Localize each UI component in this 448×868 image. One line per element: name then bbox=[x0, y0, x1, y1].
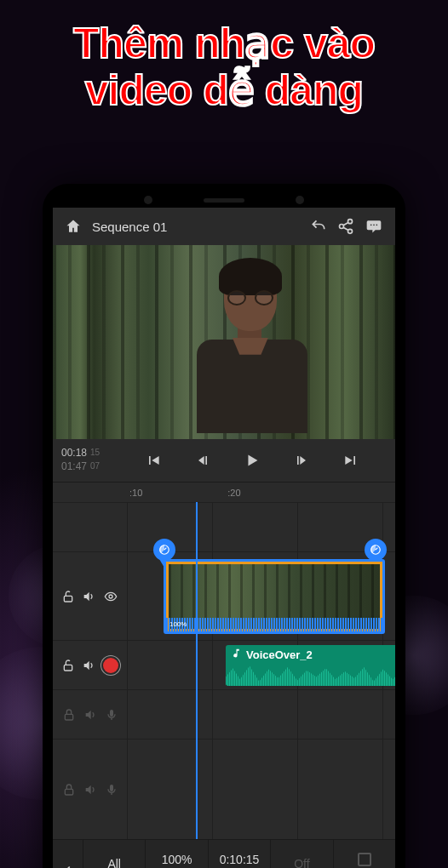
volume-icon[interactable] bbox=[82, 590, 95, 603]
step-forward-icon[interactable] bbox=[289, 448, 314, 473]
total-frame: 07 bbox=[90, 460, 100, 474]
transport-bar: 00:1815 01:4707 bbox=[53, 439, 395, 482]
unlock-icon[interactable] bbox=[61, 659, 75, 672]
undo-icon[interactable] bbox=[310, 218, 327, 235]
duration-button[interactable]: 0:10:15 Clip Duration bbox=[209, 840, 271, 868]
app-screen: Sequence 01 00:1815 01:4707 bbox=[53, 208, 395, 868]
svg-rect-11 bbox=[65, 714, 72, 720]
volume-icon[interactable] bbox=[83, 708, 97, 722]
marketing-headline: Thêm nhạc vào video dễ dàng bbox=[0, 20, 448, 114]
duration-value: 0:10:15 bbox=[220, 853, 260, 866]
lock-icon[interactable] bbox=[62, 708, 76, 722]
volume-icon[interactable] bbox=[82, 659, 95, 672]
eye-icon[interactable] bbox=[103, 590, 118, 603]
unlock-icon[interactable] bbox=[61, 590, 75, 603]
step-back-icon[interactable] bbox=[190, 448, 215, 473]
range-value: All bbox=[107, 857, 121, 868]
waveform bbox=[226, 664, 395, 686]
chevron-left-icon bbox=[62, 864, 74, 869]
timeline-area[interactable]: 100% VoiceOver_2 bbox=[53, 502, 395, 839]
svg-point-5 bbox=[376, 225, 378, 226]
back-button[interactable] bbox=[53, 840, 83, 868]
comment-icon[interactable] bbox=[365, 218, 383, 235]
track-controls bbox=[53, 503, 128, 551]
current-time: 00:18 bbox=[61, 447, 87, 460]
svg-point-4 bbox=[373, 225, 375, 226]
ruler-tick: :20 bbox=[227, 488, 240, 498]
current-frame: 15 bbox=[90, 447, 100, 460]
track-row bbox=[53, 689, 395, 739]
svg-point-7 bbox=[109, 595, 112, 598]
track-controls bbox=[53, 641, 128, 689]
phone-frame: Sequence 01 00:1815 01:4707 bbox=[43, 184, 405, 868]
pitch-button[interactable]: Maintain Pitch bbox=[334, 840, 395, 868]
speed-marker-end[interactable] bbox=[365, 539, 387, 561]
timecode-display: 00:1815 01:4707 bbox=[61, 447, 118, 473]
range-button[interactable]: All Range bbox=[83, 840, 146, 868]
music-note-icon bbox=[231, 648, 242, 661]
app-topbar: Sequence 01 bbox=[53, 208, 395, 245]
skip-start-icon[interactable] bbox=[141, 448, 166, 473]
track-controls bbox=[53, 740, 128, 839]
playhead[interactable] bbox=[196, 502, 198, 839]
track-controls bbox=[53, 690, 128, 739]
sequence-title[interactable]: Sequence 01 bbox=[92, 220, 167, 234]
bottom-toolbar: All Range 100% Range Speed 0:10:15 Clip … bbox=[53, 839, 395, 868]
audio-track: VoiceOver_2 bbox=[53, 640, 395, 689]
svg-rect-13 bbox=[65, 789, 72, 795]
volume-icon[interactable] bbox=[83, 783, 97, 797]
headline-line1: Thêm nhạc vào bbox=[0, 20, 448, 67]
ramp-button[interactable]: Off Ramp bbox=[271, 840, 333, 868]
svg-rect-12 bbox=[110, 710, 113, 717]
play-icon[interactable] bbox=[239, 448, 265, 473]
mic-icon[interactable] bbox=[105, 783, 118, 797]
timeline-ruler[interactable]: :10 :20 bbox=[53, 482, 395, 502]
svg-point-0 bbox=[348, 220, 353, 224]
svg-rect-6 bbox=[64, 596, 72, 602]
audio-clip-label: VoiceOver_2 bbox=[246, 648, 313, 661]
track-controls bbox=[53, 552, 128, 640]
checkbox-icon bbox=[358, 853, 371, 866]
total-time: 01:47 bbox=[61, 460, 87, 474]
skip-end-icon[interactable] bbox=[338, 448, 364, 473]
track-row bbox=[53, 502, 395, 551]
record-icon[interactable] bbox=[103, 658, 118, 673]
mic-icon[interactable] bbox=[105, 708, 118, 722]
svg-point-2 bbox=[348, 229, 353, 233]
speed-marker-start[interactable] bbox=[153, 539, 175, 561]
speed-button[interactable]: 100% Range Speed bbox=[146, 840, 208, 868]
svg-rect-14 bbox=[110, 785, 113, 791]
headline-line2: video dễ dàng bbox=[0, 67, 448, 114]
clip-speed-label: 100% bbox=[169, 618, 187, 630]
ruler-tick: :10 bbox=[129, 488, 142, 498]
video-track: 100% bbox=[53, 551, 395, 640]
video-preview[interactable] bbox=[53, 245, 395, 439]
svg-point-3 bbox=[370, 225, 372, 226]
svg-point-1 bbox=[340, 225, 344, 229]
svg-rect-10 bbox=[64, 665, 72, 671]
home-icon[interactable] bbox=[65, 218, 82, 235]
lock-icon[interactable] bbox=[62, 783, 76, 797]
speed-value: 100% bbox=[162, 853, 192, 866]
phone-notch bbox=[53, 192, 395, 208]
audio-clip[interactable]: VoiceOver_2 bbox=[226, 645, 395, 686]
share-icon[interactable] bbox=[337, 218, 354, 235]
ramp-value: Off bbox=[294, 857, 309, 868]
track-row bbox=[53, 739, 395, 839]
